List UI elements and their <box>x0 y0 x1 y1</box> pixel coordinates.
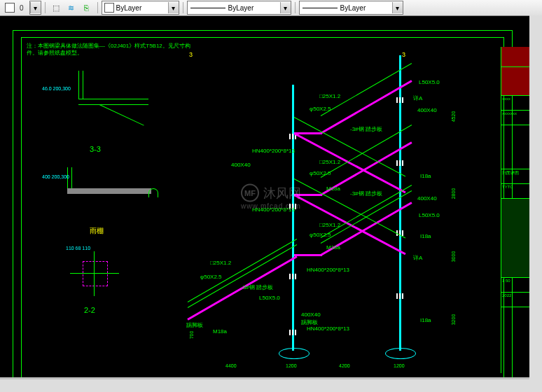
landing-2 <box>294 194 322 196</box>
anno-detA: 详A <box>413 94 422 102</box>
vertical-scrollbar[interactable] <box>529 15 542 377</box>
layer-name: ByLayer <box>116 4 168 12</box>
separator <box>295 2 296 13</box>
layer-combo[interactable]: ByLayer ▾ <box>102 1 179 15</box>
anno-400x40: 400X40 <box>301 312 321 318</box>
anno-phi50: φ50X2.5 <box>310 232 331 238</box>
detail-3-3 <box>36 71 162 134</box>
anno-400x40: 400X40 <box>417 107 437 113</box>
dim-4200: 4200 <box>339 363 350 368</box>
layer-manager-button[interactable]: ≋ <box>64 1 78 15</box>
anno-hn400: HN400*200*8*13 <box>252 206 295 213</box>
anno-phi50: φ50X2.5 <box>310 106 331 112</box>
anno-tabu2: 踢脚板 <box>186 321 203 329</box>
anno-phi50: φ50X2.5 <box>200 274 222 280</box>
anno-l50: L50X5.0 <box>419 212 440 218</box>
layer-swatch <box>104 3 114 13</box>
dim-1200: 1200 <box>286 363 297 368</box>
section-label-22: 2-2 <box>84 306 95 314</box>
dim-label: 110 68 110 <box>66 246 90 251</box>
column-base-1 <box>279 348 310 359</box>
dim-1200: 1200 <box>394 363 405 368</box>
lineweight-name: ByLayer <box>340 4 392 12</box>
anno-sq25: □25X1.2 <box>319 159 340 165</box>
anno-m18a: M18a <box>326 244 340 251</box>
lineweight-combo[interactable]: ByLayer ▾ <box>299 1 403 15</box>
linetype-combo[interactable]: ByLayer ▾ <box>187 1 291 15</box>
anno-hn400: HN400*200*8*13 <box>252 148 295 154</box>
separator <box>97 2 98 13</box>
anno-hn400: HN400*200*8*13 <box>307 326 349 332</box>
anno-sq25: □25X1.2 <box>319 93 340 99</box>
dim-3000: 3000 <box>451 251 456 262</box>
anno-floor: -3#钢 踏步板 <box>350 125 382 133</box>
dim-2800: 2800 <box>451 188 456 200</box>
section-label-33: 3-3 <box>90 145 101 153</box>
drawing-canvas[interactable]: 注：本图钢梁具体做法随图集—《02J401》样式T5B12。见尺寸构件。请参照纸… <box>0 16 542 377</box>
anno-floor: -3#钢 踏步板 <box>241 284 273 291</box>
chevron-down-icon: ▾ <box>30 2 41 13</box>
linetype-preview <box>190 8 225 8</box>
properties-toolbar: 0 ▾ ⬚ ≋ ⎘ ByLayer ▾ ByLayer ▾ ByLayer ▾ <box>0 0 542 16</box>
anno-400x40: 400X40 <box>231 162 251 168</box>
anno-m18a: M18a <box>326 186 340 192</box>
steel-column-1 <box>292 85 294 351</box>
lineweight-preview <box>303 8 338 8</box>
chevron-down-icon: ▾ <box>280 2 291 13</box>
general-note: 注：本图钢梁具体做法随图集—《02J401》样式T5B12。见尺寸构件。请参照纸… <box>27 43 195 56</box>
anno-phi50: φ50X2.5 <box>310 170 331 176</box>
dim-4400: 4400 <box>225 363 237 368</box>
landing-3 <box>294 132 322 134</box>
layer-match-button[interactable]: ⎘ <box>80 1 94 15</box>
separator <box>183 2 183 13</box>
anno-400x40: 400X40 <box>417 195 437 202</box>
layer-iso-button[interactable]: ⬚ <box>49 1 63 15</box>
separator <box>45 2 46 13</box>
anno-l50: L50X5.0 <box>419 79 440 85</box>
coord-readout: 0 <box>20 4 24 12</box>
anno-detA: 详A <box>413 254 422 262</box>
anno-i18a: I18a <box>420 317 431 323</box>
section-label-yupeng: 雨棚 <box>90 226 104 236</box>
dim-label: 400 200,300 <box>42 174 69 179</box>
landing-1 <box>294 254 322 256</box>
anno-i18a: I18a <box>420 233 431 239</box>
chevron-down-icon: ▾ <box>168 2 179 13</box>
dim-label: 46.0 200,300 <box>42 86 71 91</box>
anno-floor: -3#钢 踏步板 <box>350 190 382 197</box>
anno-hn400: HN400*200*8*13 <box>307 267 349 273</box>
steel-column-2 <box>399 55 401 351</box>
anno-sq25: □25X1.2 <box>210 260 231 266</box>
linetype-name: ByLayer <box>228 4 280 12</box>
dim-700: 700 <box>189 331 194 340</box>
dim-4520: 4520 <box>451 111 456 122</box>
anno-l50: L50X5.0 <box>259 295 280 301</box>
anno-i18a: I18a <box>420 173 431 179</box>
color-combo[interactable]: ▾ <box>29 1 41 15</box>
section-mark: 3 <box>189 51 193 58</box>
section-mark: 3 <box>402 51 405 58</box>
anno-sq25: □25X1.2 <box>319 222 340 228</box>
detail-2-2 <box>63 247 126 303</box>
anno-m18a: M18a <box>213 328 227 335</box>
column-base-2 <box>385 348 416 359</box>
chevron-down-icon: ▾ <box>392 2 403 13</box>
dim-3200: 3200 <box>451 314 456 326</box>
color-picker-button[interactable] <box>3 1 17 15</box>
anno-tabu2: 踢脚板 <box>301 318 318 326</box>
